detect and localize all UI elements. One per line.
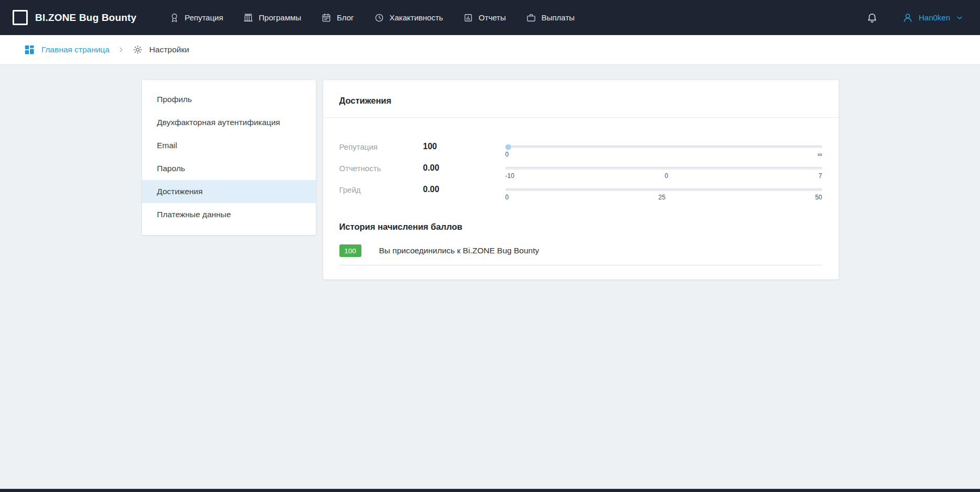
nav-item-hacktivity[interactable]: Хакактивность [374,13,443,23]
nav-item-programs[interactable]: Программы [243,13,301,23]
nav-item-payments[interactable]: Выплаты [526,13,575,23]
building-icon [243,13,254,23]
scale-min: 0 [505,194,509,202]
nav-label: Выплаты [542,13,575,22]
scale-min: 0 [505,151,509,159]
breadcrumb-home-link[interactable]: Главная страница [24,44,109,55]
row-label: Репутация [339,142,423,151]
breadcrumb: Главная страница Настройки [0,35,980,65]
slider-scale: 0 25 50 [505,194,822,202]
card-title: Достижения [339,96,392,105]
user-menu[interactable]: Han0ken [902,12,964,24]
nav-label: Блог [337,13,354,22]
accountability-slider: -10 0 7 [505,163,822,180]
slider-track [505,146,822,148]
scale-max: 7 [819,172,822,180]
row-value: 100 [423,142,505,151]
settings-menu: Профиль Двухфакторная аутентификация Ema… [142,80,316,235]
nav-label: Репутация [185,13,223,22]
breadcrumb-home-label: Главная страница [41,45,109,54]
bar-chart-icon [463,13,474,23]
notifications-bell-icon[interactable] [866,12,878,24]
nav-item-reports[interactable]: Отчеты [463,13,506,23]
username: Han0ken [919,13,950,22]
breadcrumb-current-label: Настройки [149,45,189,54]
achievements-table: Репутация 100 0 ∞ Отчетность [323,118,839,214]
brand-title: BI.ZONE Bug Bounty [35,12,137,24]
page-content: Профиль Двухфакторная аутентификация Ema… [0,65,980,489]
row-label: Отчетность [339,163,423,173]
breadcrumb-current: Настройки [133,44,189,55]
scale-max: 50 [815,194,822,202]
row-label: Грейд [339,185,423,194]
points-badge: 100 [339,244,361,257]
slider-track [505,188,822,191]
scale-mid: 25 [658,194,665,202]
nav-label: Отчеты [479,13,506,22]
menu-item-password[interactable]: Пароль [142,157,316,180]
scale-min: -10 [505,172,514,180]
bizone-logo-icon [13,10,28,25]
menu-item-email[interactable]: Email [142,134,316,157]
scale-mid: 0 [665,172,668,180]
reputation-slider: 0 ∞ [505,142,822,159]
slider-scale: 0 ∞ [505,151,822,159]
slider-scale: -10 0 7 [505,172,822,180]
card-header: Достижения [323,80,839,118]
menu-item-2fa[interactable]: Двухфакторная аутентификация [142,111,316,134]
achievement-row-accountability: Отчетность 0.00 -10 0 7 [339,163,822,180]
navbar-right: Han0ken [866,12,964,24]
brand-logo[interactable]: BI.ZONE Bug Bounty [13,10,137,25]
row-value: 0.00 [423,163,505,173]
calendar-icon [321,13,332,23]
history-clock-icon [374,13,384,23]
breadcrumb-separator-icon [117,46,125,53]
medal-icon [169,13,180,23]
nav-item-reputation[interactable]: Репутация [169,13,223,23]
briefcase-icon [526,13,536,23]
row-value: 0.00 [423,185,505,194]
user-icon [902,12,913,24]
dashboard-grid-icon [24,44,35,55]
footer-strip [0,489,980,492]
history-row: 100 Вы присоединились к Bi.ZONE Bug Boun… [339,243,822,265]
history-text: Вы присоединились к Bi.ZONE Bug Bounty [379,246,539,255]
main-nav: Репутация Программы Блог Хакактивность О… [169,13,575,23]
nav-item-blog[interactable]: Блог [321,13,354,23]
achievement-row-grade: Грейд 0.00 0 25 50 [339,185,822,202]
top-navbar: BI.ZONE Bug Bounty Репутация Программы Б… [0,0,980,35]
slider-thumb [505,144,511,150]
nav-label: Хакактивность [390,13,443,22]
chevron-down-icon [955,14,964,22]
nav-label: Программы [259,13,301,22]
slider-track [505,167,822,170]
grade-slider: 0 25 50 [505,185,822,202]
menu-item-profile[interactable]: Профиль [142,88,316,111]
scale-max: ∞ [818,151,822,159]
achievements-card: Достижения Репутация 100 0 ∞ [323,80,839,279]
gear-icon [133,44,143,55]
menu-item-payment-data[interactable]: Платежные данные [142,203,316,226]
achievement-row-reputation: Репутация 100 0 ∞ [339,142,822,159]
menu-item-achievements[interactable]: Достижения [142,180,316,203]
history-title: История начисления баллов [323,214,839,243]
